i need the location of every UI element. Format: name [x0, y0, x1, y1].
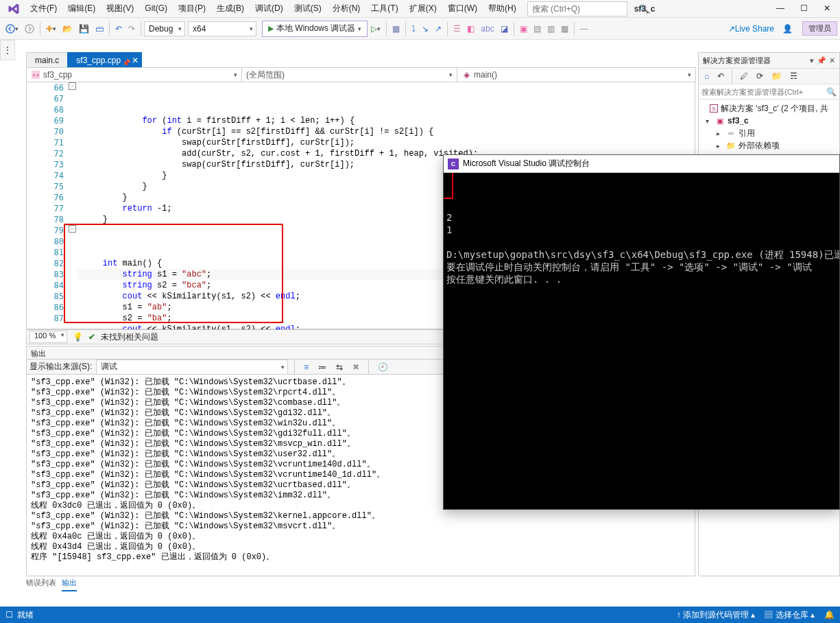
step-over-button[interactable]: ⤵: [409, 21, 418, 37]
menu-view[interactable]: 视图(V): [101, 0, 139, 17]
menu-debug[interactable]: 调试(D): [250, 0, 289, 17]
close-button[interactable]: ✕: [817, 0, 837, 17]
sln-showall-button[interactable]: 📁: [769, 68, 784, 84]
config-combo[interactable]: Debug: [144, 21, 185, 36]
sln-home-icon[interactable]: ⌂: [701, 68, 712, 84]
open-file-button[interactable]: 📂: [60, 21, 75, 37]
function-combo[interactable]: ◈main(): [457, 67, 696, 82]
sln-toolbar: ⌂ ↶ 🖊 ⟳ 📁 ☴: [699, 68, 839, 84]
output-stop-button[interactable]: ✖: [350, 359, 362, 375]
tree-ext-node[interactable]: ▸📁外部依赖项: [700, 139, 838, 152]
lightbulb-icon[interactable]: 💡: [73, 332, 83, 342]
chevron-right-icon[interactable]: ▸: [717, 142, 723, 150]
start-nodebug-button[interactable]: ▷▾: [368, 21, 383, 37]
line-number-gutter: 6667686970717273747576777879808182838485…: [27, 82, 68, 329]
sln-search[interactable]: 🔍: [699, 84, 839, 99]
new-project-button[interactable]: ✚▾: [43, 21, 59, 37]
title-buttons: — ☐ ✕: [770, 0, 837, 17]
sln-pin-icon[interactable]: 📌: [817, 56, 826, 65]
sln-sync-button[interactable]: 🖊: [737, 68, 751, 84]
format-button[interactable]: abc: [478, 21, 496, 37]
sln-refresh-button[interactable]: ⟳: [754, 68, 766, 84]
toolbar-icon-4[interactable]: ▦: [558, 21, 571, 37]
output-source-label: 显示输出来源(S):: [29, 361, 92, 373]
sln-properties-button[interactable]: ☴: [787, 68, 800, 84]
separator: [405, 22, 406, 36]
uncomment-button[interactable]: ◧: [464, 21, 477, 37]
redo-button[interactable]: ↷: [125, 21, 138, 37]
menu-help[interactable]: 帮助(H): [483, 0, 522, 17]
tab-sf3-cpp[interactable]: sf3_cpp.cpp📌✕: [67, 52, 142, 67]
side-toolbox-icon[interactable]: ⋮: [0, 40, 15, 60]
nav-back-button[interactable]: ▾: [3, 21, 21, 37]
output-clear-button[interactable]: ≔: [315, 359, 329, 375]
output-wrap-button[interactable]: ⇆: [333, 359, 346, 375]
live-share-button[interactable]: ↗ Live Share: [725, 21, 777, 37]
undo-button[interactable]: ↶: [112, 21, 125, 37]
console-title-bar[interactable]: C Microsoft Visual Studio 调试控制台: [444, 155, 839, 173]
sln-dropdown-icon[interactable]: ▾: [810, 56, 814, 65]
separator: [141, 22, 141, 36]
menu-git[interactable]: Git(G): [139, 0, 173, 17]
output-source-combo[interactable]: 调试: [96, 360, 288, 375]
minimize-button[interactable]: —: [770, 0, 791, 17]
maximize-button[interactable]: ☐: [793, 0, 814, 17]
start-debug-button[interactable]: ▶本地 Windows 调试器▾: [262, 21, 368, 37]
menu-extensions[interactable]: 扩展(X): [404, 0, 442, 17]
step-into-button[interactable]: ↘: [419, 21, 431, 37]
search-icon: 🔍: [826, 87, 837, 97]
platform-combo[interactable]: x64: [188, 21, 256, 36]
console-output[interactable]: 2 1 D:\mysetup\gopath\src\dsy\sf3_c\x64\…: [444, 173, 839, 509]
tree-solution-node[interactable]: S解决方案 'sf3_c' (2 个项目, 共: [700, 102, 838, 115]
status-ready-icon: ☐: [5, 610, 13, 620]
save-button[interactable]: 💾: [76, 21, 92, 37]
comment-button[interactable]: ☰: [451, 21, 464, 37]
toolbar-icon-2[interactable]: ▤: [531, 21, 544, 37]
tab-output[interactable]: 输出: [62, 578, 77, 591]
menu-window[interactable]: 窗口(W): [442, 0, 483, 17]
zoom-combo[interactable]: 100 %: [29, 331, 67, 343]
toolbar-icon-3[interactable]: ▥: [544, 21, 557, 37]
status-bell-icon[interactable]: 🔔: [824, 610, 835, 620]
tree-project-node[interactable]: ▾▣sf3_c: [700, 115, 838, 127]
feedback-button[interactable]: 👤: [780, 21, 795, 37]
save-all-button[interactable]: 🗃: [93, 21, 106, 37]
bookmark-button[interactable]: ◪: [498, 21, 511, 37]
menu-edit[interactable]: 编辑(E): [62, 0, 101, 17]
menu-test[interactable]: 测试(S): [289, 0, 327, 17]
tree-refs-node[interactable]: ▸▫▫引用: [700, 127, 838, 139]
toolbar-icon-1[interactable]: ▣: [517, 21, 530, 37]
tab-main-c[interactable]: main.c: [26, 52, 68, 67]
toolbar-icon-5[interactable]: —: [577, 21, 591, 37]
separator: [447, 22, 448, 36]
output-find-button[interactable]: ≡: [301, 359, 311, 375]
sln-search-input[interactable]: [701, 88, 826, 96]
menu-project[interactable]: 项目(P): [173, 0, 211, 17]
chevron-down-icon[interactable]: ▾: [706, 117, 712, 125]
tab-close-button[interactable]: ✕: [132, 53, 139, 68]
output-lock-button[interactable]: 🕘: [375, 359, 391, 375]
play-icon: ▶: [268, 24, 274, 33]
global-search-input[interactable]: [528, 4, 639, 14]
console-icon: C: [448, 158, 459, 169]
menu-tools[interactable]: 工具(T): [365, 0, 403, 17]
sln-collapse-button[interactable]: ↶: [715, 68, 727, 84]
status-source-control[interactable]: ↑ 添加到源代码管理 ▴: [677, 609, 756, 621]
chevron-right-icon[interactable]: ▸: [717, 130, 723, 137]
scope-combo[interactable]: ++sf3_cpp: [26, 67, 242, 82]
menu-file[interactable]: 文件(F): [25, 0, 62, 17]
sln-close-icon[interactable]: ✕: [829, 56, 835, 65]
tool-icon[interactable]: ▦: [389, 21, 403, 37]
debugger-label: 本地 Windows 调试器: [276, 23, 355, 34]
status-repo-picker[interactable]: ▤ 选择仓库 ▴: [765, 609, 815, 621]
global-search[interactable]: 🔍: [527, 1, 627, 16]
tab-error-list[interactable]: 错误列表: [26, 578, 56, 591]
namespace-combo[interactable]: (全局范围): [241, 67, 457, 82]
step-out-button[interactable]: ↗: [432, 21, 444, 37]
menu-analyze[interactable]: 分析(N): [327, 0, 366, 17]
nav-fwd-button[interactable]: [22, 21, 37, 37]
debug-console-window[interactable]: C Microsoft Visual Studio 调试控制台 2 1 D:\m…: [443, 154, 840, 510]
separator: [109, 22, 110, 36]
menu-build[interactable]: 生成(B): [211, 0, 250, 17]
code-nav-bar: ++sf3_cpp (全局范围) ◈main(): [26, 67, 695, 82]
